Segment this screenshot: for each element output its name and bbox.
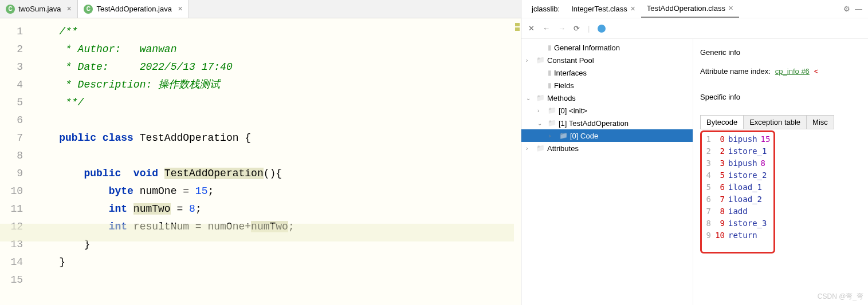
tree-row[interactable]: ▮General Information (521, 41, 693, 54)
bc-line-num: 1 (703, 133, 711, 145)
java-class-icon: C (84, 5, 93, 14)
bytecode-line[interactable]: 45istore_2 (703, 169, 770, 181)
bytecode-tabs: Bytecode Exception table Misc (700, 115, 834, 129)
folder-icon: 📁 (548, 119, 556, 127)
bc-opcode: bipush (728, 133, 757, 145)
tab-testaddoperation[interactable]: C TestAddOperation.java ✕ (78, 0, 189, 18)
watermark: CSDN @弯_弯 (818, 292, 863, 302)
chevron-icon[interactable]: › (537, 108, 545, 114)
line-gutter: 123 456 789 101112 131415 (0, 18, 34, 305)
tab-label: twoSum.java (18, 5, 61, 13)
tree-row[interactable]: ›📁[0] Code (521, 129, 693, 142)
jclass-tab-testaddoperation[interactable]: TestAddOperation.class ✕ (641, 0, 739, 18)
tree-label: General Information (554, 43, 620, 52)
close-icon[interactable]: ✕ (178, 5, 183, 13)
chevron-icon[interactable]: › (526, 145, 534, 152)
java-class-icon: C (6, 5, 15, 14)
bc-offset: 6 (712, 181, 725, 193)
close-icon[interactable]: ✕ (66, 5, 72, 13)
reload-icon[interactable]: ⟳ (574, 24, 580, 33)
globe-icon[interactable] (598, 25, 606, 33)
bc-line-num: 4 (703, 169, 711, 181)
jclass-toolbar: ✕ ← → ⟳ | (521, 18, 868, 39)
tree-row[interactable]: ›📁[0] <init> (521, 104, 693, 117)
tree-row[interactable]: ›📁Attributes (521, 142, 693, 155)
tree-label: [0] Code (570, 132, 598, 140)
bc-arg: 15 (761, 133, 771, 145)
bc-opcode: istore_1 (728, 145, 767, 157)
editor-tabs: C twoSum.java ✕ C TestAddOperation.java … (0, 0, 521, 18)
tree-row[interactable]: ▮Fields (521, 79, 693, 92)
tree-label: Fields (554, 81, 574, 90)
tree-label: [1] TestAddOperation (559, 119, 629, 128)
generic-info-title: Generic info (700, 48, 861, 57)
tab-label: TestAddOperation.java (96, 5, 172, 13)
detail-panel: Generic info Attribute name index: cp_in… (693, 39, 868, 305)
back-icon[interactable]: ← (543, 24, 550, 33)
bc-offset: 0 (712, 133, 725, 145)
minimize-icon[interactable]: — (855, 5, 862, 13)
bc-line-num: 5 (703, 181, 711, 193)
tab-exception-table[interactable]: Exception table (744, 116, 807, 129)
chevron-icon[interactable]: › (526, 57, 534, 64)
bc-offset: 3 (712, 157, 725, 169)
current-line-highlight (0, 224, 514, 241)
tree-row[interactable]: ›📁Constant Pool (521, 54, 693, 66)
tab-bytecode[interactable]: Bytecode (701, 116, 744, 129)
chevron-icon[interactable]: › (549, 133, 557, 139)
bc-line-num: 6 (703, 193, 711, 205)
tab-twosum[interactable]: C twoSum.java ✕ (0, 0, 78, 18)
attr-name-row: Attribute name index: cp_info #6 < (700, 67, 861, 76)
link-arrow-icon: < (814, 67, 819, 76)
folder-icon: 📁 (536, 94, 545, 102)
bytecode-line[interactable]: 78iadd (703, 205, 770, 217)
bytecode-line[interactable]: 33bipush8 (703, 157, 770, 169)
bc-opcode: bipush (728, 157, 757, 169)
bytecode-line[interactable]: 910return (703, 229, 770, 241)
jclass-body: ▮General Information›📁Constant Pool▮Inte… (521, 39, 868, 305)
tab-misc[interactable]: Misc (807, 116, 834, 129)
bc-opcode: return (728, 229, 757, 241)
close-icon[interactable]: ✕ (528, 24, 535, 33)
bytecode-listing: 10bipush1522istore_133bipush845istore_25… (700, 130, 861, 253)
bytecode-line[interactable]: 22istore_1 (703, 145, 770, 157)
bc-line-num: 7 (703, 205, 711, 217)
bc-offset: 10 (712, 229, 725, 241)
bc-line-num: 8 (703, 217, 711, 229)
code-content[interactable]: /** * Author: wanwan * Date: 2022/5/13 1… (34, 18, 521, 305)
marker[interactable] (515, 27, 520, 31)
bc-line-num: 9 (703, 229, 711, 241)
bytecode-line[interactable]: 67iload_2 (703, 193, 770, 205)
jclass-tab-integertest[interactable]: IntegerTest.class ✕ (565, 0, 641, 18)
file-icon: ▮ (548, 69, 552, 77)
jclass-title: jclasslib: (526, 5, 565, 13)
chevron-icon[interactable]: ⌄ (537, 120, 545, 126)
bc-opcode: iadd (728, 205, 748, 217)
tree-row[interactable]: ▮Interfaces (521, 66, 693, 79)
close-icon[interactable]: ✕ (630, 5, 635, 13)
tree-label: Attributes (547, 144, 579, 153)
code-area[interactable]: 123 456 789 101112 131415 /** * Author: … (0, 18, 521, 305)
marker[interactable] (515, 23, 520, 26)
bytecode-line[interactable]: 10bipush15 (703, 133, 770, 145)
bc-opcode: istore_3 (728, 217, 767, 229)
editor-pane: C twoSum.java ✕ C TestAddOperation.java … (0, 0, 521, 305)
bytecode-line[interactable]: 56iload_1 (703, 181, 770, 193)
folder-icon: 📁 (548, 106, 556, 114)
forward-icon[interactable]: → (558, 24, 565, 33)
tree-row[interactable]: ⌄📁[1] TestAddOperation (521, 117, 693, 129)
gear-icon[interactable]: ⚙ (843, 5, 850, 13)
marker-column (514, 18, 521, 305)
bc-line-num: 2 (703, 145, 711, 157)
bc-arg: 8 (761, 157, 765, 169)
class-tree[interactable]: ▮General Information›📁Constant Pool▮Inte… (521, 39, 693, 305)
bc-offset: 7 (712, 193, 725, 205)
file-icon: ▮ (548, 81, 552, 89)
chevron-icon[interactable]: ⌄ (526, 95, 534, 101)
bytecode-line[interactable]: 89istore_3 (703, 217, 770, 229)
bc-opcode: istore_2 (728, 169, 767, 181)
jclass-tabbar: jclasslib: IntegerTest.class ✕ TestAddOp… (521, 0, 868, 18)
cp-info-link[interactable]: cp_info #6 (775, 67, 810, 76)
tree-row[interactable]: ⌄📁Methods (521, 92, 693, 104)
close-icon[interactable]: ✕ (728, 5, 733, 12)
